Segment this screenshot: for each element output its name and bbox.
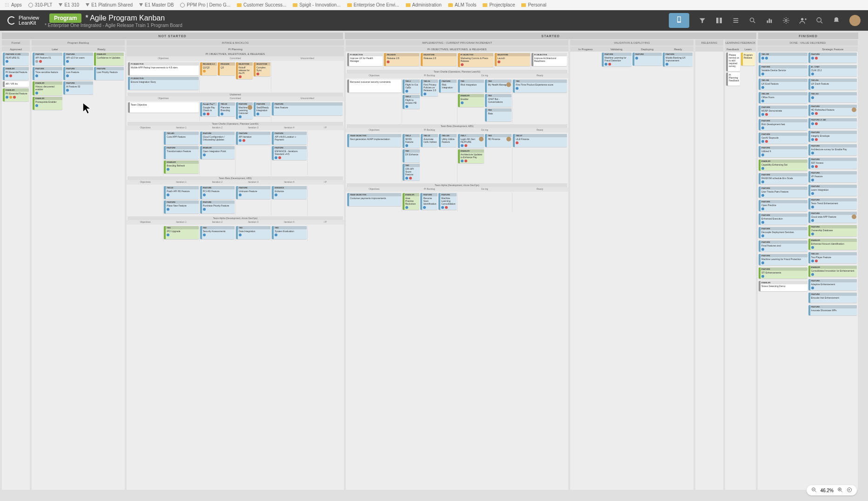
card[interactable]: PI Planning Feedback bbox=[726, 73, 740, 86]
card[interactable]: TBD-7Login 4th Gen FEATURE bbox=[458, 134, 484, 148]
card[interactable]: FEATURE #1 305FEATURE 01 bbox=[3, 53, 29, 66]
card[interactable]: MILESTONEComplex Sync bbox=[254, 62, 270, 76]
col-header-feedback[interactable]: Feedback bbox=[725, 47, 740, 52]
subphase-releasing[interactable]: RELEASING bbox=[695, 40, 723, 46]
card[interactable]: FEATUREIntegrity Envelope bbox=[808, 131, 857, 142]
browser-tab-alm[interactable]: ALM Tools bbox=[448, 2, 477, 7]
card[interactable]: FEATURESTI Enhancements bbox=[759, 267, 807, 279]
section-unplanned[interactable]: Unplanned bbox=[128, 93, 343, 96]
browser-tab-customer[interactable]: Customer Success... bbox=[237, 2, 286, 7]
col-header-strategic[interactable]: Strategic Feature bbox=[808, 47, 858, 52]
card[interactable]: FEATURECloud wide APP Feature bbox=[808, 212, 857, 223]
browser-tab-projectplace[interactable]: Projectplace bbox=[483, 2, 515, 7]
card[interactable]: FEATUREHD Refreshed Feature bbox=[808, 105, 857, 116]
card[interactable]: TBD-296UX Dash Feature bbox=[808, 79, 857, 90]
card[interactable]: MILESTONELaunch bbox=[495, 53, 530, 66]
card[interactable]: TBD-102 bbox=[808, 92, 857, 102]
card[interactable]: FEATURETransformation Feature bbox=[164, 146, 198, 159]
card[interactable]: FEATUREMDSP Demonstrate bbox=[759, 106, 807, 117]
card[interactable]: TBD-299Office Hours bbox=[759, 92, 807, 103]
col-header-obj-ms-rel2[interactable]: PI OBJECTIVES, MILESTONES, & RELEASES bbox=[346, 47, 568, 52]
browser-tab-ppmpro[interactable]: PPM Pro | Demo G... bbox=[180, 2, 230, 7]
card[interactable]: PI OBJECTIVEMobile APP Rating Improvemen… bbox=[128, 62, 199, 75]
card[interactable]: TBDSecurity Assessments bbox=[200, 226, 235, 239]
card[interactable]: TBD-4NDSS Feature bbox=[403, 134, 420, 148]
card[interactable]: MILESTONEKickoff release for the PI bbox=[236, 62, 253, 79]
card[interactable]: FEATURERANDOM schedule Env Scale bbox=[759, 173, 807, 184]
card[interactable]: FEATURE #1 340 bbox=[808, 118, 857, 128]
team-alpha-impl[interactable]: Team Alpha (Development, Azure DevOps) bbox=[347, 183, 567, 187]
team-beta-header[interactable]: Team Beta (Development, ABS) bbox=[128, 176, 343, 180]
card[interactable]: FEATUREDecouple Deployment Services bbox=[759, 227, 807, 238]
card[interactable]: FEATUREUnknown Feature bbox=[236, 186, 270, 199]
card[interactable]: FEATUREUser Tracks Pairs Feature bbox=[759, 187, 807, 198]
card[interactable]: FEATURELow Priority Feature bbox=[94, 67, 124, 80]
card[interactable]: FEATURELearn Integration bbox=[808, 185, 857, 196]
card[interactable]: FEATUREMachine Learning for Fraud Detect… bbox=[602, 53, 632, 67]
card[interactable]: MILESTONERelease 2.8 bbox=[421, 53, 456, 66]
team-charlie-impl[interactable]: Team Charlie (Operations, Planview LeanK… bbox=[347, 70, 567, 73]
card[interactable]: FEATUREFinal Features and bbox=[759, 240, 807, 252]
card[interactable]: AR / VR Ins bbox=[3, 81, 29, 87]
browser-tab-apps[interactable]: Apps bbox=[5, 2, 22, 7]
col-program-backlog[interactable]: Program Backlog bbox=[32, 40, 125, 46]
card[interactable]: FEATURE bbox=[808, 53, 857, 63]
card[interactable]: FEATUREEnhanced Execution bbox=[759, 214, 807, 225]
card[interactable]: TBDHD Finance bbox=[485, 134, 511, 147]
card[interactable]: ENABLERPII Essential Feature bbox=[3, 88, 29, 101]
search-button[interactable] bbox=[816, 17, 823, 24]
card[interactable]: ENABLERPII Essential Feature bbox=[3, 67, 29, 80]
col-header-releasing2[interactable] bbox=[695, 47, 723, 52]
card[interactable]: FEATURERich Development feat bbox=[759, 119, 807, 130]
card[interactable]: FEATUREMachine Learning Consolidation bbox=[438, 193, 456, 210]
logo[interactable]: Planview LeanKit bbox=[7, 15, 39, 26]
card[interactable]: TBD-03Planview Branding bbox=[218, 102, 235, 116]
browser-tab-e1master[interactable]: E1 Master DB bbox=[139, 2, 174, 7]
card[interactable]: RELEASERelease 2.8 bbox=[384, 53, 419, 66]
card[interactable]: FEATUREOwnership Database bbox=[808, 225, 857, 236]
card[interactable]: FEATUREAPI v4/v5 Location + Payment bbox=[272, 132, 306, 145]
browser-tab-e1310[interactable]: E1 310 bbox=[59, 2, 79, 7]
card[interactable]: ENABLERPrerequisite Enabler bbox=[33, 97, 62, 110]
card[interactable]: Program Release bbox=[741, 53, 755, 66]
settings-button[interactable] bbox=[782, 17, 790, 24]
subcol-uncommitted[interactable]: Uncommitted bbox=[270, 56, 344, 61]
card[interactable]: FEATUREPCI-HD Feature bbox=[200, 186, 235, 199]
card[interactable]: ENABLERConsolidated Innovation for Enhan… bbox=[808, 266, 857, 277]
card[interactable]: AI - CHATCUAI 15.2 bbox=[808, 65, 857, 76]
search-settings-button[interactable] bbox=[749, 17, 756, 24]
card[interactable]: Please remind us to add required survey bbox=[726, 53, 740, 71]
card[interactable]: FEATUREPurchase Priority Feature bbox=[200, 200, 235, 214]
col-header-in-progress[interactable]: In Progress bbox=[570, 47, 601, 52]
notifications-button[interactable] bbox=[833, 17, 840, 24]
subphase-validation[interactable]: VALIDATION & DEPLOYING bbox=[570, 40, 693, 46]
card[interactable]: FEATUREOpen Practice bbox=[759, 200, 807, 211]
card[interactable]: TBD-35Automate Cells Indices bbox=[421, 134, 438, 147]
card[interactable]: TBDIPO Upgrade bbox=[164, 226, 198, 239]
card[interactable]: ENABLERStress Detecting Demo bbox=[759, 281, 807, 291]
card[interactable]: FEATUREPlace New Feature bbox=[164, 200, 198, 214]
col-header-later[interactable]: Later bbox=[32, 47, 78, 52]
card[interactable]: TBD-100Utility Utilize Feature bbox=[439, 134, 456, 147]
card[interactable]: TBDRate bbox=[485, 108, 511, 121]
card[interactable]: TBDFirst Time Product Experience score bbox=[513, 80, 567, 93]
card[interactable]: Google Pay™Google Pay Check-in bbox=[200, 102, 217, 116]
card[interactable]: ENABLEROpen Integration Point bbox=[200, 146, 235, 159]
card[interactable]: FEATUREAPI v2.0 for users bbox=[63, 53, 93, 66]
card[interactable]: FEATUREInnovate Showcase MPs bbox=[808, 305, 857, 315]
col-header-obj-ms-rel[interactable]: PI OBJECTIVES, MILESTONES, & RELEASES bbox=[127, 52, 344, 56]
card[interactable]: TBDMy Health Manager bbox=[485, 80, 511, 93]
card[interactable]: TBD-3Flight In-Out OpEx bbox=[403, 80, 420, 94]
col-header-deploying[interactable]: Deploying bbox=[632, 47, 663, 52]
col-header-done1[interactable] bbox=[758, 47, 808, 52]
card[interactable]: FEATUREVF Feature bbox=[808, 171, 857, 182]
subphase-intake[interactable]: INTAKE & BACKLOG bbox=[127, 40, 344, 46]
col-header-learn[interactable]: Learn bbox=[740, 47, 756, 52]
card[interactable]: PI OBJECTIVEImprove Architectural Readin… bbox=[532, 53, 567, 66]
card[interactable]: TBD-298UX Eval Feature bbox=[759, 79, 807, 90]
browser-tab-e1env[interactable]: Enterprise One Envi... bbox=[347, 2, 399, 7]
card[interactable]: FEATURETime sensitive feature bbox=[33, 67, 62, 80]
card[interactable]: PI OBJECTIVEEnsure Integration Story bbox=[128, 77, 199, 90]
subphase-implementing[interactable]: IMPLEMENTING - CURRENT PROGRAM INCREMENT bbox=[346, 40, 568, 46]
card[interactable]: TBD-290 bbox=[759, 53, 807, 63]
